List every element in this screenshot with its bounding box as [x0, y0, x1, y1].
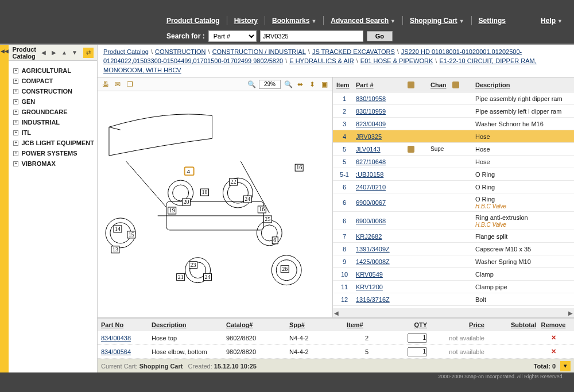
expand-icon[interactable]: + [13, 151, 18, 156]
part-link[interactable]: 823/00409 [356, 121, 386, 127]
cart-part-link[interactable]: 834/00564 [101, 348, 131, 355]
tree-item[interactable]: +GROUNDCARE [11, 107, 95, 117]
remove-icon[interactable]: ✕ [536, 348, 571, 355]
col-chan[interactable]: Chan [430, 81, 452, 88]
cart-col-desc[interactable]: Description [152, 321, 226, 328]
tree-item[interactable]: +GEN [11, 96, 95, 107]
part-row[interactable]: 4JRV0325Hose [333, 130, 574, 143]
locate-button[interactable]: ⇄ [83, 48, 94, 58]
nav-shopping-cart[interactable]: Shopping Cart▼ [410, 17, 464, 25]
part-link[interactable]: 2407/0210 [356, 184, 386, 191]
part-row[interactable]: 91425/0008ZWasher Spring M10 [333, 255, 574, 268]
email-icon[interactable]: ✉ [113, 80, 122, 89]
part-link[interactable]: KRV0549 [356, 271, 383, 278]
part-link[interactable]: 6900/0068 [356, 218, 386, 224]
nav-forward-icon[interactable]: ▶ [50, 49, 58, 57]
expand-icon[interactable]: + [13, 79, 18, 84]
expand-icon[interactable]: + [13, 141, 18, 146]
part-link[interactable]: JRV0325 [356, 133, 382, 140]
fit-page-icon[interactable]: ▣ [320, 80, 329, 89]
tree-item[interactable]: +JCB LIGHT EQUIPMENT [11, 138, 95, 148]
nav-product-catalog[interactable]: Product Catalog [166, 17, 220, 25]
tree-item[interactable]: +ITL [11, 127, 95, 138]
zoom-out-icon[interactable]: 🔍 [247, 80, 256, 89]
tree-item[interactable]: +INDUSTRIAL [11, 117, 95, 127]
cart-col-partno[interactable]: Part No [101, 321, 152, 328]
cart-col-item[interactable]: Item# [347, 321, 387, 328]
scroll-left-icon[interactable]: ◀ [334, 310, 339, 316]
expand-cart-icon[interactable]: ▾ [560, 361, 571, 371]
part-row[interactable]: 62407/0210O Ring [333, 181, 574, 193]
part-row[interactable]: 10KRV0549Clamp [333, 268, 574, 281]
fit-width-icon[interactable]: ⬌ [296, 80, 305, 89]
part-link[interactable]: 6900/0067 [356, 199, 386, 206]
part-row[interactable]: 5JLV0143SupeHose [333, 143, 574, 156]
expand-icon[interactable]: + [13, 68, 18, 73]
breadcrumb-link[interactable]: JS TRACKED EXCAVATORS [312, 48, 395, 55]
part-row[interactable]: 3823/00409Washer Schnorr he M16 [333, 118, 574, 130]
tree-item[interactable]: +COMPACT [11, 76, 95, 86]
cart-col-spp[interactable]: Spp# [289, 321, 347, 328]
part-row[interactable]: 66900/0067O RingH.B.C Valve [333, 193, 574, 212]
nav-back-icon[interactable]: ◀ [40, 49, 48, 57]
col-desc[interactable]: Description [475, 81, 574, 88]
zoom-in-icon[interactable]: 🔍 [284, 80, 293, 89]
cart-col-catalog[interactable]: Catalog# [226, 321, 289, 328]
parts-diagram[interactable]: 4 14 15 13 19 20 18 22 24 25 6 16 [98, 91, 332, 317]
nav-settings[interactable]: Settings [479, 17, 506, 25]
part-row[interactable]: 7KRJ2682Flange split [333, 230, 574, 243]
go-button[interactable]: Go [367, 31, 393, 41]
part-row[interactable]: 2830/10959Pipe assembly left l dipper ra… [333, 105, 574, 118]
scroll-right-icon[interactable]: ▶ [568, 310, 573, 316]
collapse-sidebar-tab[interactable]: ◀◀ [0, 45, 9, 372]
nav-bookmarks[interactable]: Bookmarks▼ [272, 17, 316, 25]
part-link[interactable]: KRJ2682 [356, 233, 382, 240]
zoom-input[interactable] [259, 80, 281, 89]
expand-icon[interactable]: + [13, 130, 18, 135]
cart-col-subtotal[interactable]: Subtotal [484, 321, 536, 328]
tree-item[interactable]: +AGRICULTURAL [11, 65, 95, 76]
print-icon[interactable]: 🖶 [101, 80, 110, 89]
col-item[interactable]: Item [333, 81, 356, 88]
cart-part-link[interactable]: 834/00438 [101, 335, 131, 341]
horizontal-scrollbar[interactable]: ◀ ▶ [333, 308, 574, 317]
part-row[interactable]: 81391/3409ZCapscrew M10 x 35 [333, 243, 574, 255]
cart-col-price[interactable]: Price [427, 321, 484, 328]
part-link[interactable]: 830/10958 [356, 95, 386, 102]
part-link[interactable]: 830/10959 [356, 108, 386, 115]
part-link[interactable]: JLV0143 [356, 146, 381, 153]
breadcrumb-link[interactable]: Product Catalog [103, 48, 149, 55]
part-row[interactable]: 121316/3716ZBolt [333, 293, 574, 306]
tree-item[interactable]: +CONSTRUCTION [11, 86, 95, 96]
qty-input[interactable] [408, 333, 427, 343]
part-link[interactable]: KRV1200 [356, 284, 383, 290]
breadcrumb-link[interactable]: CONSTRUCTION / INDUSTRIAL [212, 48, 306, 55]
col-part[interactable]: Part # [356, 81, 408, 88]
tree-item[interactable]: +VIBROMAX [11, 158, 95, 169]
expand-icon[interactable]: + [13, 89, 18, 94]
nav-history[interactable]: History [234, 17, 258, 25]
search-type-select[interactable]: Part # [208, 30, 257, 42]
remove-icon[interactable]: ✕ [536, 334, 571, 341]
part-link[interactable]: 627/10648 [356, 158, 386, 165]
nav-advanced-search[interactable]: Advanced Search▼ [331, 17, 395, 25]
expand-icon[interactable]: + [13, 161, 18, 166]
part-link[interactable]: 1316/3716Z [356, 296, 390, 303]
expand-icon[interactable]: + [13, 120, 18, 125]
tree-item[interactable]: +POWER SYSTEMS [11, 148, 95, 158]
cart-col-qty[interactable]: QTY [387, 321, 427, 328]
expand-icon[interactable]: + [13, 110, 18, 115]
part-row[interactable]: 11KRV1200Clamp pipe [333, 281, 574, 293]
part-link[interactable]: 1391/3409Z [356, 246, 390, 253]
part-row[interactable]: 1830/10958Pipe assembly right dipper ram [333, 92, 574, 105]
part-row[interactable]: 66900/0068Ring anti-extrusionH.B.C Valve [333, 212, 574, 230]
search-input[interactable] [260, 30, 363, 42]
breadcrumb-link[interactable]: E HYDRAULICS & AIR [289, 57, 354, 64]
qty-input[interactable] [408, 347, 427, 356]
part-link[interactable]: 1425/0008Z [356, 258, 390, 265]
breadcrumb-link[interactable]: E01 HOSE & PIPEWORK [360, 57, 433, 64]
part-row[interactable]: 5-1:UBJ0158O Ring [333, 168, 574, 181]
part-link[interactable]: :UBJ0158 [356, 171, 383, 178]
copy-icon[interactable]: ❐ [125, 80, 134, 89]
breadcrumb-link[interactable]: CONSTRUCTION [155, 48, 206, 55]
